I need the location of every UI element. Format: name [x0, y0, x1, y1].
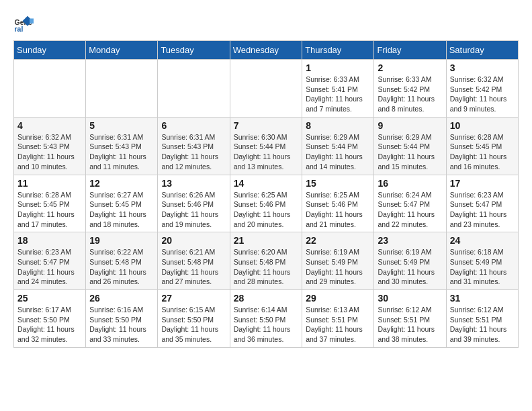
day-info: Sunrise: 6:12 AM Sunset: 5:51 PM Dayligh… [378, 305, 442, 345]
day-number: 12 [89, 178, 154, 189]
day-info: Sunrise: 6:32 AM Sunset: 5:43 PM Dayligh… [17, 132, 82, 172]
weekday-header-tuesday: Tuesday [158, 41, 230, 60]
day-info: Sunrise: 6:31 AM Sunset: 5:43 PM Dayligh… [161, 132, 226, 172]
day-number: 17 [450, 178, 515, 189]
day-info: Sunrise: 6:21 AM Sunset: 5:48 PM Dayligh… [161, 247, 226, 287]
day-info: Sunrise: 6:16 AM Sunset: 5:50 PM Dayligh… [89, 305, 154, 345]
day-number: 14 [234, 178, 299, 189]
day-info: Sunrise: 6:19 AM Sunset: 5:49 PM Dayligh… [306, 247, 370, 287]
calendar-cell: 2Sunrise: 6:33 AM Sunset: 5:42 PM Daylig… [374, 60, 446, 118]
day-info: Sunrise: 6:15 AM Sunset: 5:50 PM Dayligh… [161, 305, 226, 345]
calendar-cell: 18Sunrise: 6:23 AM Sunset: 5:47 PM Dayli… [14, 232, 86, 290]
day-number: 8 [306, 120, 370, 131]
logo-icon: Gene ral [13, 13, 34, 34]
calendar-cell: 13Sunrise: 6:26 AM Sunset: 5:46 PM Dayli… [158, 175, 230, 232]
calendar-table: SundayMondayTuesdayWednesdayThursdayFrid… [13, 40, 519, 348]
day-info: Sunrise: 6:19 AM Sunset: 5:49 PM Dayligh… [378, 247, 442, 287]
day-info: Sunrise: 6:25 AM Sunset: 5:46 PM Dayligh… [234, 190, 299, 230]
calendar-cell: 30Sunrise: 6:12 AM Sunset: 5:51 PM Dayli… [374, 290, 446, 348]
day-number: 30 [378, 293, 442, 304]
weekday-header-wednesday: Wednesday [230, 41, 302, 60]
day-number: 21 [234, 235, 299, 246]
calendar-cell: 28Sunrise: 6:14 AM Sunset: 5:50 PM Dayli… [230, 290, 302, 348]
day-info: Sunrise: 6:27 AM Sunset: 5:45 PM Dayligh… [89, 190, 154, 230]
day-info: Sunrise: 6:28 AM Sunset: 5:45 PM Dayligh… [17, 190, 82, 230]
calendar-cell: 9Sunrise: 6:29 AM Sunset: 5:44 PM Daylig… [374, 117, 446, 175]
day-number: 31 [450, 293, 515, 304]
calendar-cell [158, 60, 230, 118]
day-info: Sunrise: 6:20 AM Sunset: 5:48 PM Dayligh… [234, 247, 299, 287]
calendar-cell: 15Sunrise: 6:25 AM Sunset: 5:46 PM Dayli… [302, 175, 374, 232]
calendar-cell: 11Sunrise: 6:28 AM Sunset: 5:45 PM Dayli… [14, 175, 86, 232]
calendar-cell: 16Sunrise: 6:24 AM Sunset: 5:47 PM Dayli… [374, 175, 446, 232]
calendar-week-4: 18Sunrise: 6:23 AM Sunset: 5:47 PM Dayli… [14, 232, 519, 290]
day-number: 4 [17, 120, 82, 131]
day-number: 28 [234, 293, 299, 304]
day-info: Sunrise: 6:29 AM Sunset: 5:44 PM Dayligh… [378, 132, 442, 172]
day-number: 23 [378, 235, 442, 246]
day-info: Sunrise: 6:29 AM Sunset: 5:44 PM Dayligh… [306, 132, 370, 172]
day-info: Sunrise: 6:24 AM Sunset: 5:47 PM Dayligh… [378, 190, 442, 230]
day-number: 9 [378, 120, 442, 131]
day-info: Sunrise: 6:33 AM Sunset: 5:42 PM Dayligh… [378, 75, 442, 114]
day-number: 27 [161, 293, 226, 304]
day-number: 1 [306, 62, 370, 73]
calendar-cell: 29Sunrise: 6:13 AM Sunset: 5:51 PM Dayli… [302, 290, 374, 348]
calendar-cell: 20Sunrise: 6:21 AM Sunset: 5:48 PM Dayli… [158, 232, 230, 290]
day-number: 2 [378, 62, 442, 73]
calendar-cell: 19Sunrise: 6:22 AM Sunset: 5:48 PM Dayli… [86, 232, 158, 290]
calendar-cell: 24Sunrise: 6:18 AM Sunset: 5:49 PM Dayli… [446, 232, 518, 290]
day-info: Sunrise: 6:26 AM Sunset: 5:46 PM Dayligh… [161, 190, 226, 230]
calendar-cell: 12Sunrise: 6:27 AM Sunset: 5:45 PM Dayli… [86, 175, 158, 232]
weekday-header-friday: Friday [374, 41, 446, 60]
day-number: 10 [450, 120, 515, 131]
calendar-cell: 21Sunrise: 6:20 AM Sunset: 5:48 PM Dayli… [230, 232, 302, 290]
calendar-week-5: 25Sunrise: 6:17 AM Sunset: 5:50 PM Dayli… [14, 290, 519, 348]
calendar-cell: 25Sunrise: 6:17 AM Sunset: 5:50 PM Dayli… [14, 290, 86, 348]
page-header: Gene ral [13, 13, 519, 34]
day-number: 29 [306, 293, 370, 304]
day-number: 13 [161, 178, 226, 189]
calendar-cell: 8Sunrise: 6:29 AM Sunset: 5:44 PM Daylig… [302, 117, 374, 175]
calendar-cell: 17Sunrise: 6:23 AM Sunset: 5:47 PM Dayli… [446, 175, 518, 232]
calendar-week-1: 1Sunrise: 6:33 AM Sunset: 5:41 PM Daylig… [14, 60, 519, 118]
day-number: 19 [89, 235, 154, 246]
day-info: Sunrise: 6:23 AM Sunset: 5:47 PM Dayligh… [450, 190, 515, 230]
day-number: 22 [306, 235, 370, 246]
svg-marker-3 [30, 19, 34, 24]
day-number: 18 [17, 235, 82, 246]
weekday-header-thursday: Thursday [302, 41, 374, 60]
svg-text:ral: ral [15, 25, 24, 33]
day-info: Sunrise: 6:13 AM Sunset: 5:51 PM Dayligh… [306, 305, 370, 345]
weekday-header-monday: Monday [86, 41, 158, 60]
day-info: Sunrise: 6:23 AM Sunset: 5:47 PM Dayligh… [17, 247, 82, 287]
logo: Gene ral [13, 13, 36, 34]
day-number: 11 [17, 178, 82, 189]
weekday-header-saturday: Saturday [446, 41, 518, 60]
day-info: Sunrise: 6:17 AM Sunset: 5:50 PM Dayligh… [17, 305, 82, 345]
weekday-header-sunday: Sunday [14, 41, 86, 60]
day-number: 3 [450, 62, 515, 73]
day-info: Sunrise: 6:30 AM Sunset: 5:44 PM Dayligh… [234, 132, 299, 172]
calendar-cell: 5Sunrise: 6:31 AM Sunset: 5:43 PM Daylig… [86, 117, 158, 175]
day-number: 16 [378, 178, 442, 189]
day-number: 26 [89, 293, 154, 304]
calendar-cell: 1Sunrise: 6:33 AM Sunset: 5:41 PM Daylig… [302, 60, 374, 118]
day-info: Sunrise: 6:33 AM Sunset: 5:41 PM Dayligh… [306, 75, 370, 114]
calendar-week-3: 11Sunrise: 6:28 AM Sunset: 5:45 PM Dayli… [14, 175, 519, 232]
calendar-cell: 6Sunrise: 6:31 AM Sunset: 5:43 PM Daylig… [158, 117, 230, 175]
day-info: Sunrise: 6:14 AM Sunset: 5:50 PM Dayligh… [234, 305, 299, 345]
calendar-cell: 14Sunrise: 6:25 AM Sunset: 5:46 PM Dayli… [230, 175, 302, 232]
calendar-cell [14, 60, 86, 118]
calendar-cell: 22Sunrise: 6:19 AM Sunset: 5:49 PM Dayli… [302, 232, 374, 290]
calendar-cell: 26Sunrise: 6:16 AM Sunset: 5:50 PM Dayli… [86, 290, 158, 348]
calendar-cell: 31Sunrise: 6:12 AM Sunset: 5:51 PM Dayli… [446, 290, 518, 348]
day-number: 25 [17, 293, 82, 304]
calendar-cell: 10Sunrise: 6:28 AM Sunset: 5:45 PM Dayli… [446, 117, 518, 175]
day-number: 6 [161, 120, 226, 131]
day-number: 15 [306, 178, 370, 189]
day-info: Sunrise: 6:31 AM Sunset: 5:43 PM Dayligh… [89, 132, 154, 172]
calendar-cell: 27Sunrise: 6:15 AM Sunset: 5:50 PM Dayli… [158, 290, 230, 348]
day-number: 24 [450, 235, 515, 246]
day-info: Sunrise: 6:28 AM Sunset: 5:45 PM Dayligh… [450, 132, 515, 172]
